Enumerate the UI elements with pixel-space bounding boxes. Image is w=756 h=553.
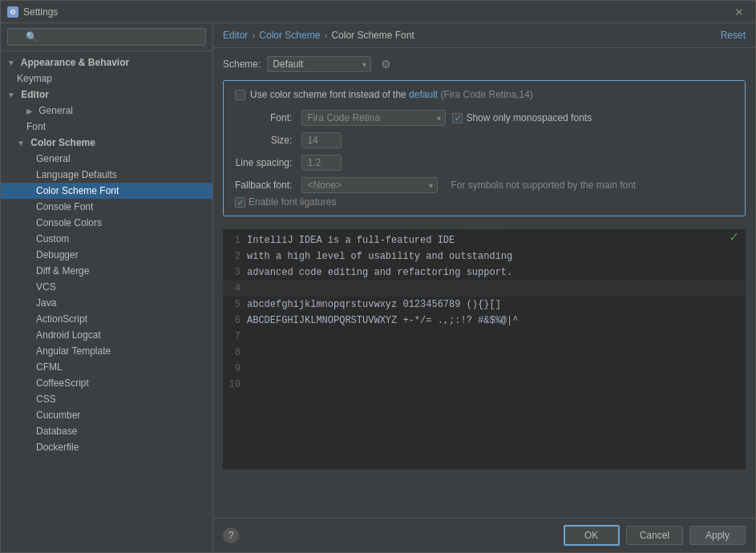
size-input[interactable] — [301, 132, 342, 148]
breadcrumb-bar: Editor › Color Scheme › Color Scheme Fon… — [213, 23, 755, 48]
expand-icon: ▼ — [7, 59, 15, 67]
preview-line: 3 advanced code editing and refactoring … — [223, 264, 746, 281]
sidebar-item-cs-font[interactable]: Color Scheme Font — [1, 183, 212, 199]
line-number: 5 — [223, 297, 247, 313]
default-parens: (Fira Code Retina,14) — [440, 89, 532, 100]
font-label: Font: — [235, 112, 295, 123]
sidebar-item-diff-merge[interactable]: Diff & Merge — [1, 263, 212, 279]
sidebar-label-angular-template: Angular Template — [36, 345, 111, 357]
sidebar-item-cfml[interactable]: CFML — [1, 359, 212, 375]
sidebar-item-debugger[interactable]: Debugger — [1, 247, 212, 263]
breadcrumb-color-scheme[interactable]: Color Scheme — [259, 30, 320, 41]
sidebar-tree: ▼ Appearance & Behavior Keymap ▼ Editor … — [1, 51, 212, 552]
cancel-button[interactable]: Cancel — [626, 526, 683, 545]
bottom-bar: ? OK Cancel Apply — [213, 518, 755, 552]
search-box: 🔍 — [1, 23, 212, 51]
font-select[interactable]: Fira Code Retina Fira Code Courier New J… — [301, 110, 446, 126]
breadcrumb: Editor › Color Scheme › Color Scheme Fon… — [223, 30, 414, 41]
fallback-select-wrapper: <None> ▾ — [301, 177, 438, 193]
preview-line-highlight: 4 — [223, 281, 746, 297]
help-button[interactable]: ? — [223, 527, 239, 543]
line-spacing-control-row — [301, 155, 734, 171]
scheme-select[interactable]: Default Darcula High contrast Monokai — [267, 56, 371, 72]
font-select-wrapper: Fira Code Retina Fira Code Courier New J… — [301, 110, 446, 126]
sidebar-label-custom: Custom — [36, 233, 69, 244]
scheme-gear-button[interactable]: ⚙ — [378, 56, 394, 72]
sidebar-item-console-colors[interactable]: Console Colors — [1, 215, 212, 231]
sidebar-label-general: General — [38, 105, 73, 116]
sidebar-item-dockerfile[interactable]: Dockerfile — [1, 439, 212, 455]
sidebar-item-cs-general[interactable]: General — [1, 151, 212, 167]
sidebar-item-cucumber[interactable]: Cucumber — [1, 407, 212, 423]
sidebar-item-android-logcat[interactable]: Android Logcat — [1, 327, 212, 343]
breadcrumb-sep-2: › — [324, 30, 327, 41]
line-number: 8 — [223, 345, 247, 361]
sidebar: 🔍 ▼ Appearance & Behavior Keymap ▼ Edito… — [1, 23, 213, 552]
fallback-desc: For symbols not supported by the main fo… — [451, 180, 636, 191]
sidebar-item-css[interactable]: CSS — [1, 391, 212, 407]
use-color-scheme-checkbox[interactable] — [235, 90, 245, 100]
breadcrumb-sep-1: › — [252, 30, 255, 41]
sidebar-item-coffeescript[interactable]: CoffeeScript — [1, 375, 212, 391]
line-spacing-input[interactable] — [301, 155, 342, 171]
monospaced-label: Show only monospaced fonts — [466, 112, 592, 123]
sidebar-label-cs-font: Color Scheme Font — [36, 185, 119, 196]
preview-line: 1 IntelliJ IDEA is a full-featured IDE — [223, 232, 746, 248]
close-button[interactable]: ✕ — [730, 4, 749, 20]
enable-ligatures-checkbox[interactable] — [235, 197, 245, 208]
sidebar-label-coffeescript: CoffeeScript — [36, 377, 89, 389]
sidebar-item-vcs[interactable]: VCS — [1, 279, 212, 295]
sidebar-label-database: Database — [36, 426, 77, 437]
preview-line: 8 — [223, 345, 746, 361]
sidebar-item-keymap[interactable]: Keymap — [1, 71, 212, 87]
sidebar-label-keymap: Keymap — [17, 73, 52, 84]
search-input[interactable] — [7, 28, 206, 46]
apply-button[interactable]: Apply — [689, 526, 746, 545]
line-number: 4 — [223, 281, 247, 297]
sidebar-label-dockerfile: Dockerfile — [36, 442, 79, 453]
sidebar-item-lang-defaults[interactable]: Language Defaults — [1, 167, 212, 183]
ok-button[interactable]: OK — [564, 525, 620, 546]
sidebar-item-editor[interactable]: ▼ Editor — [1, 87, 212, 103]
sidebar-label-android-logcat: Android Logcat — [36, 329, 101, 341]
scheme-row: Scheme: Default Darcula High contrast Mo… — [223, 56, 746, 72]
resize-dots-icon: · · · · · — [467, 223, 501, 232]
preview-line: 2 with a high level of usability and out… — [223, 248, 746, 264]
right-panel: Editor › Color Scheme › Color Scheme Fon… — [213, 23, 755, 552]
default-link[interactable]: default — [409, 89, 438, 100]
sidebar-label-console-colors: Console Colors — [36, 217, 102, 228]
title-bar: ⚙ Settings ✕ — [1, 1, 755, 23]
breadcrumb-editor[interactable]: Editor — [223, 30, 248, 41]
preview-line: 10 — [223, 377, 746, 393]
sidebar-item-appearance[interactable]: ▼ Appearance & Behavior — [1, 54, 212, 71]
fallback-font-control-row: <None> ▾ For symbols not supported by th… — [301, 177, 734, 193]
sidebar-label-diff-merge: Diff & Merge — [36, 265, 89, 276]
settings-box: Use color scheme font instead of the def… — [223, 80, 746, 216]
sidebar-item-font[interactable]: Font — [1, 119, 212, 135]
sidebar-item-actionscript[interactable]: ActionScript — [1, 311, 212, 327]
sidebar-item-general[interactable]: ▶ General — [1, 103, 212, 119]
preview-container: · · · · · 1 IntelliJ IDEA is a full-feat… — [223, 224, 746, 510]
sidebar-label-editor: Editor — [21, 89, 49, 100]
scheme-select-wrapper: Default Darcula High contrast Monokai ▾ — [267, 56, 371, 72]
expand-icon-general: ▶ — [26, 107, 33, 115]
size-control-row — [301, 132, 734, 148]
line-spacing-label: Line spacing: — [235, 157, 295, 168]
sidebar-item-angular-template[interactable]: Angular Template — [1, 343, 212, 359]
app-icon: ⚙ — [7, 6, 18, 18]
line-content: with a high level of usability and outst… — [247, 248, 512, 264]
sidebar-item-custom[interactable]: Custom — [1, 231, 212, 247]
sidebar-item-color-scheme[interactable]: ▼ Color Scheme — [1, 135, 212, 151]
sidebar-item-java[interactable]: Java — [1, 295, 212, 311]
sidebar-label-vcs: VCS — [36, 281, 56, 293]
sidebar-item-console-font[interactable]: Console Font — [1, 199, 212, 215]
reset-button[interactable]: Reset — [721, 30, 746, 41]
sidebar-item-database[interactable]: Database — [1, 423, 212, 439]
window-title: Settings — [23, 6, 730, 18]
sidebar-label-appearance: Appearance & Behavior — [21, 57, 129, 68]
show-monospaced-checkbox[interactable] — [452, 113, 463, 123]
fallback-font-select[interactable]: <None> — [301, 177, 438, 193]
sidebar-label-font: Font — [26, 121, 46, 132]
sidebar-label-debugger: Debugger — [36, 249, 79, 260]
preview-line: 7 — [223, 329, 746, 345]
